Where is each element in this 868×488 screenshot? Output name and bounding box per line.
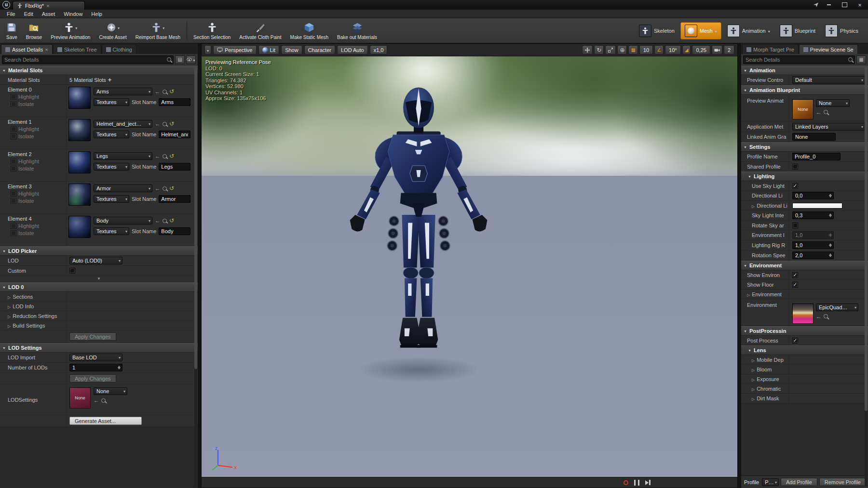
use-selected-asset-icon[interactable] [155,153,160,159]
preview-controller-select[interactable]: Default [792,76,865,84]
browse-to-asset-icon[interactable] [163,219,167,223]
bake-out-materials-button[interactable]: Bake out Materials [333,19,381,42]
expander-icon[interactable] [8,313,11,319]
exposure-row[interactable]: Exposure [741,374,868,384]
tab-close-icon[interactable] [45,47,48,53]
isolate-checkbox[interactable]: Isolate [8,230,66,236]
rotation-snap-toggle[interactable]: ∠ [654,45,664,54]
browse-button[interactable]: Browse [22,19,46,42]
preview-animation-button[interactable]: Preview Animation [46,19,95,42]
apply-changes-button[interactable]: Apply Changes [69,332,116,341]
use-selected-asset-icon[interactable] [816,109,821,115]
feedback-icon[interactable] [813,2,819,8]
panel-splitter[interactable] [738,43,741,488]
isolate-checkbox[interactable]: Isolate [8,166,66,171]
rotate-sky-checkbox[interactable] [792,223,798,228]
playback-speed-button[interactable]: x1,0 [370,45,388,54]
textures-dropdown[interactable]: Textures [94,131,129,138]
menu-asset[interactable]: Asset [38,11,59,17]
expander-icon[interactable] [8,303,11,309]
visibility-filter-button[interactable] [186,55,196,64]
lighting-rig-rotation-stepper[interactable]: 1,0 [792,241,834,249]
custom-checkbox[interactable] [69,268,75,274]
use-selected-asset-icon[interactable] [94,397,99,403]
camera-speed-value[interactable]: 2 [724,45,734,54]
section-lod-picker[interactable]: LOD Picker [0,246,198,256]
perspective-button[interactable]: Perspective [213,45,256,54]
slot-name-input[interactable] [159,98,190,106]
browse-to-asset-icon[interactable] [824,110,828,114]
menu-window[interactable]: Window [60,11,86,17]
coordinate-system-button[interactable]: ⊕ [617,45,627,54]
use-selected-asset-icon[interactable] [155,218,160,224]
build-settings-row[interactable]: Build Settings [0,321,198,330]
mode-animation[interactable]: Animation [723,23,774,39]
use-sky-light-checkbox[interactable] [792,183,798,189]
rotation-speed-stepper[interactable]: 2,0 [792,251,834,259]
anim-blueprint-select[interactable]: None [816,99,850,107]
material-select[interactable]: Legs [94,152,152,160]
mode-physics[interactable]: Physics [821,23,862,39]
isolate-checkbox[interactable]: Isolate [8,133,66,139]
step-forward-button[interactable] [645,480,651,485]
directional-light-intensity-stepper[interactable]: 0,0 [792,192,834,199]
display-options-button[interactable] [856,55,866,64]
remove-profile-button[interactable]: Remove Profile [819,478,866,486]
mobile-depth-row[interactable]: Mobile Dep [741,355,868,365]
right-panel-scrollbar[interactable] [865,66,868,487]
browse-to-asset-icon[interactable] [163,90,167,94]
directional-light-color-swatch[interactable] [792,203,842,209]
add-material-slot-button[interactable] [108,76,112,83]
add-profile-button[interactable]: Add Profile [781,478,817,486]
slot-name-input[interactable] [159,131,190,138]
tab-morph-target-preview[interactable]: Morph Target Pre [742,44,799,54]
lod-auto-button[interactable]: LOD Auto [337,45,368,54]
menu-file[interactable]: File [3,11,19,17]
asset-document-tab[interactable]: FbxRig* [13,1,85,10]
expander-icon[interactable] [752,396,755,401]
pause-button[interactable] [634,480,639,486]
panel-splitter[interactable] [198,43,201,488]
use-selected-asset-icon[interactable] [816,314,821,319]
material-select[interactable]: Arms [94,88,152,95]
generate-asset-button[interactable]: Generate Asset... [69,417,142,425]
material-thumbnail[interactable] [68,151,91,173]
lodsettings-select[interactable]: None [94,387,127,395]
use-selected-asset-icon[interactable] [155,89,160,94]
highlight-checkbox[interactable]: Highlight [8,126,66,132]
record-button[interactable] [624,480,628,485]
section-environment[interactable]: Environment [741,261,868,270]
environment-group-row[interactable]: Environment [741,290,868,299]
activate-cloth-paint-button[interactable]: Activate Cloth Paint [235,19,285,42]
section-postprocessing[interactable]: PostProcessin [741,326,868,336]
use-selected-asset-icon[interactable] [155,185,160,191]
reset-to-default-icon[interactable] [169,153,174,159]
window-minimize-button[interactable] [824,1,834,9]
lodsettings-thumbnail[interactable]: None [69,387,91,409]
section-settings[interactable]: Settings [741,142,868,152]
reduction-settings-row[interactable]: Reduction Settings [0,311,198,321]
display-options-button[interactable] [175,55,185,64]
reimport-base-mesh-button[interactable]: Reimport Base Mesh [131,19,185,42]
scale-snap-toggle[interactable]: ◢ [682,45,691,54]
linked-anim-graph-value[interactable]: None [792,133,836,141]
expander-icon[interactable] [752,357,755,363]
highlight-checkbox[interactable]: Highlight [8,158,66,164]
advanced-expander[interactable]: ▼ [0,276,198,282]
menu-help[interactable]: Help [87,11,106,17]
section-material-slots[interactable]: Material Slots [0,66,198,75]
textures-dropdown[interactable]: Textures [94,195,129,203]
scale-snap-value[interactable]: 0,25 [692,45,710,54]
tab-close-icon[interactable] [46,3,49,9]
slot-name-input[interactable] [159,195,190,203]
browse-to-asset-icon[interactable] [163,186,167,191]
tab-clothing[interactable]: Clothing [102,44,136,54]
apply-changes-button[interactable]: Apply Changes [69,374,116,382]
use-selected-asset-icon[interactable] [155,121,160,127]
browse-to-asset-icon[interactable] [163,122,167,126]
create-asset-button[interactable]: Create Asset [95,19,131,42]
material-thumbnail[interactable] [68,87,91,109]
expander-icon[interactable] [8,323,11,329]
mode-blueprint[interactable]: Blueprint [776,23,819,39]
section-lens[interactable]: Lens [741,345,868,355]
